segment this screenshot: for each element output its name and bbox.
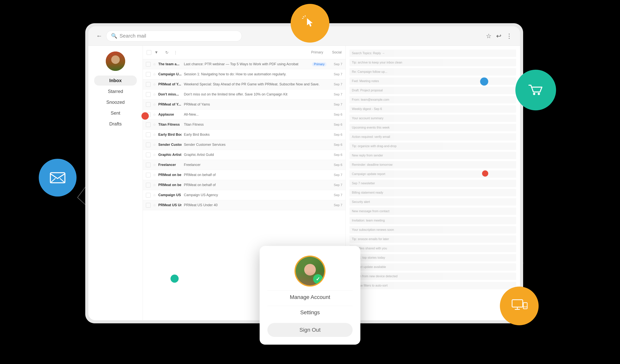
mail-envelope-bubble[interactable] [39, 159, 77, 197]
row-checkbox[interactable] [146, 193, 151, 197]
table-row[interactable]: ☆ The team a... Last chance: PTR webinar… [143, 59, 345, 69]
sort-icon[interactable]: ▼ [155, 50, 158, 55]
detail-row-21: Tip: snooze emails for later [350, 235, 516, 243]
table-row[interactable]: ☆ Graphic Artist Guild Graphic Artist Gu… [143, 150, 345, 160]
row-checkbox[interactable] [146, 142, 151, 147]
email-sender: PRMeat of Y... [158, 102, 182, 106]
menu-action-icon[interactable]: ⋮ [506, 32, 512, 40]
teal-dot-bottom [170, 274, 179, 283]
row-star-icon[interactable]: ☆ [153, 153, 156, 157]
row-star-icon[interactable]: ☆ [153, 72, 156, 76]
svg-point-13 [533, 93, 535, 95]
blue-dot-right [480, 77, 488, 86]
row-checkbox[interactable] [146, 72, 151, 77]
star-action-icon[interactable]: ☆ [486, 32, 492, 40]
row-checkbox[interactable] [146, 132, 151, 137]
social-tab[interactable]: Social [332, 50, 341, 54]
table-row[interactable]: ☆ Early Bird Books Early Bird Books Sep … [143, 130, 345, 140]
search-bar[interactable]: 🔍 Search mail [106, 30, 242, 41]
refresh-icon[interactable]: ↻ [165, 50, 169, 55]
undo-action-icon[interactable]: ↩ [496, 32, 501, 40]
row-checkbox[interactable] [146, 92, 151, 97]
email-subject: PRMeat on behalf of [184, 183, 326, 187]
email-sender: Graphic Artist Guild [158, 153, 182, 157]
table-row[interactable]: ☆ Titan Fitness Titan Fitness Sep 6 [143, 120, 345, 130]
sidebar-item-drafts[interactable]: Drafts [94, 119, 137, 129]
manage-account-button[interactable]: Manage Account [267, 290, 353, 304]
row-checkbox[interactable] [146, 82, 151, 87]
email-subject: Titan Fitness [184, 122, 326, 127]
row-star-icon[interactable]: ☆ [153, 203, 156, 207]
table-row[interactable]: ☆ Applause All-New... Sep 6 [143, 110, 345, 120]
table-row[interactable]: ☆ Sender Customer Ser... Sender Customer… [143, 140, 345, 150]
email-subject: Sender Customer Services [184, 143, 326, 147]
primary-tab[interactable]: Primary [311, 50, 323, 54]
email-sender: The team a... [158, 62, 182, 66]
email-list: ☆ The team a... Last chance: PTR webinar… [143, 59, 345, 210]
row-checkbox[interactable] [146, 102, 151, 107]
detail-row-14: Campaign update report [350, 170, 516, 178]
email-sender: Don't miss... [158, 92, 182, 96]
row-star-icon[interactable]: ☆ [153, 173, 156, 177]
avatar[interactable] [106, 51, 125, 71]
email-subject: Weekend Special: Stay Ahead of the PR Ga… [184, 82, 326, 86]
search-icon: 🔍 [111, 33, 117, 39]
table-row[interactable]: ☆ Campaign U... Session 1: Navigating ho… [143, 69, 345, 79]
more-options-icon[interactable]: ⋮ [174, 50, 177, 55]
detail-row-18: New message from contact [350, 208, 516, 215]
table-row[interactable]: ☆ PRMeat on behalf of... PRMeat on behal… [143, 180, 345, 190]
email-date: Sep 7 [329, 82, 342, 86]
email-subject: All-New... [184, 112, 326, 117]
row-checkbox[interactable] [146, 203, 151, 208]
sidebar-item-starred[interactable]: Starred [94, 86, 137, 96]
email-date: Sep 6 [329, 133, 342, 137]
chrome-actions: ☆ ↩ ⋮ [486, 32, 512, 40]
back-button[interactable]: ← [96, 32, 102, 40]
email-date: Sep 7 [329, 92, 342, 96]
table-row[interactable]: ☆ PRMeat on behalf of... PRMeat on behal… [143, 170, 345, 180]
row-checkbox[interactable] [146, 173, 151, 177]
detail-row-3: Re: Campaign follow up... [350, 68, 516, 76]
row-star-icon[interactable]: ☆ [153, 102, 156, 107]
settings-button[interactable]: Settings [267, 306, 353, 319]
row-star-icon[interactable]: ☆ [153, 82, 156, 87]
table-row[interactable]: ☆ PRMeat of Y... Weekend Special: Stay A… [143, 79, 345, 90]
table-row[interactable]: ☆ PRMeat of Y... PRMeat of Yams Sep 7 [143, 100, 345, 110]
checkmark-badge: ✓ [313, 274, 323, 284]
mail-envelope-icon [48, 168, 67, 187]
email-subject: Session 1: Navigating how to do: How to … [184, 72, 326, 76]
row-checkbox[interactable] [146, 152, 151, 157]
sidebar-item-sent[interactable]: Sent [94, 108, 137, 118]
table-row[interactable]: ☆ PRMeat US Under 40 PRMeat US Under 40 … [143, 200, 345, 210]
table-row[interactable]: ☆ Don't miss... Don't miss out on the li… [143, 90, 345, 100]
shopping-cart-icon [526, 80, 545, 100]
row-star-icon[interactable]: ☆ [153, 92, 156, 97]
table-row[interactable]: ☆ Campaign US Agency Campaign US Agency … [143, 190, 345, 200]
email-category-badge: Primary [312, 62, 326, 66]
detail-row-15: Sep 7 newsletter [350, 180, 516, 187]
monitor-device-bubble[interactable] [500, 287, 539, 325]
row-star-icon[interactable]: ☆ [153, 112, 156, 117]
row-star-icon[interactable]: ☆ [153, 183, 156, 187]
row-checkbox[interactable] [146, 122, 151, 127]
row-star-icon[interactable]: ☆ [153, 143, 156, 147]
row-star-icon[interactable]: ☆ [153, 133, 156, 137]
row-checkbox[interactable] [146, 183, 151, 187]
select-all-checkbox[interactable] [147, 50, 151, 55]
row-star-icon[interactable]: ☆ [153, 122, 156, 127]
detail-row-5: Draft: Project proposal [350, 87, 516, 94]
row-star-icon[interactable]: ☆ [153, 62, 156, 66]
sidebar-item-inbox[interactable]: Inbox [94, 76, 137, 86]
row-checkbox[interactable] [146, 163, 151, 167]
detail-row-25: Sign in from new device detected [350, 273, 516, 280]
email-sender: Campaign U... [158, 72, 182, 76]
sidebar-item-snoozed[interactable]: Snoozed [94, 97, 137, 107]
table-row[interactable]: ☆ Freelancer Freelancer Sep 6 [143, 160, 345, 170]
sign-out-button[interactable]: Sign Out [267, 323, 353, 337]
row-star-icon[interactable]: ☆ [153, 193, 156, 197]
row-checkbox[interactable] [146, 62, 151, 67]
email-date: Sep 7 [329, 103, 342, 106]
row-star-icon[interactable]: ☆ [153, 163, 156, 167]
shopping-cart-bubble[interactable] [515, 70, 556, 110]
cursor-click-bubble[interactable] [291, 4, 329, 43]
